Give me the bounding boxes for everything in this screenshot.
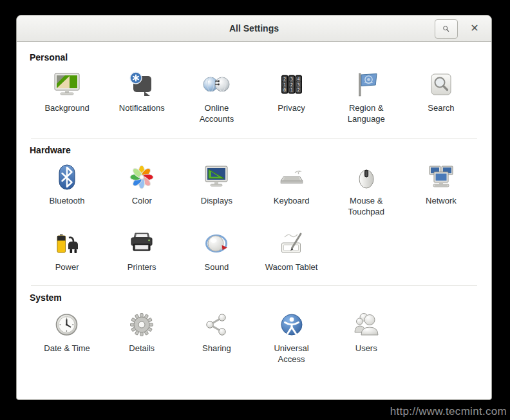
settings-section: System Date & Time Details Sharing Unive… bbox=[30, 279, 478, 372]
settings-item-power[interactable]: Power bbox=[32, 228, 102, 273]
close-button[interactable]: ✕ bbox=[466, 19, 484, 37]
power-icon bbox=[52, 228, 82, 259]
section-separator bbox=[31, 138, 477, 138]
settings-item-displays[interactable]: Displays bbox=[181, 162, 252, 218]
mouse-touchpad-icon bbox=[351, 162, 382, 193]
background-icon bbox=[52, 69, 82, 100]
settings-item-label: Sound bbox=[205, 262, 229, 273]
settings-item-network[interactable]: Network bbox=[406, 162, 477, 218]
settings-grid: Bluetooth Color Displays Keyboard Mouse … bbox=[30, 162, 478, 273]
notifications-icon bbox=[126, 69, 157, 100]
settings-item-sound[interactable]: Sound bbox=[181, 228, 252, 273]
online-accounts-icon bbox=[201, 69, 232, 100]
settings-item-label: Mouse & Touchpad bbox=[337, 196, 396, 218]
window-title: All Settings bbox=[17, 15, 491, 41]
settings-item-label: Region & Language bbox=[337, 103, 396, 125]
privacy-icon bbox=[276, 69, 307, 100]
users-icon bbox=[351, 309, 382, 340]
settings-item-label: Network bbox=[426, 196, 457, 207]
settings-item-details[interactable]: Details bbox=[106, 309, 177, 365]
region-language-icon bbox=[351, 69, 382, 100]
settings-item-label: Wacom Tablet bbox=[265, 262, 318, 273]
settings-item-label: Notifications bbox=[119, 103, 165, 114]
titlebar: All Settings ✕ bbox=[17, 15, 491, 42]
settings-item-label: Date & Time bbox=[44, 343, 90, 354]
section-separator bbox=[31, 285, 477, 286]
network-icon bbox=[426, 162, 457, 193]
settings-section: Hardware Bluetooth Color Displays Keyboa… bbox=[30, 131, 478, 280]
settings-item-label: Details bbox=[129, 343, 155, 354]
settings-item-label: Users bbox=[355, 343, 377, 354]
settings-sections: Personal Background Notifications Online… bbox=[17, 42, 491, 372]
section-header-hardware: Hardware bbox=[30, 145, 478, 155]
settings-item-label: Bluetooth bbox=[50, 196, 85, 207]
settings-item-label: Universal Access bbox=[262, 343, 321, 365]
settings-item-label: Printers bbox=[128, 262, 156, 273]
settings-item-label: Displays bbox=[201, 196, 232, 207]
settings-item-label: Color bbox=[132, 196, 152, 207]
details-icon bbox=[126, 309, 157, 340]
watermark: http://www.tecmint.com bbox=[390, 405, 507, 418]
keyboard-icon bbox=[276, 162, 307, 193]
settings-item-notifications[interactable]: Notifications bbox=[106, 69, 177, 125]
settings-item-printers[interactable]: Printers bbox=[106, 228, 177, 273]
settings-item-mouse-touchpad[interactable]: Mouse & Touchpad bbox=[331, 162, 402, 218]
settings-item-users[interactable]: Users bbox=[331, 309, 402, 365]
wacom-tablet-icon bbox=[276, 228, 307, 259]
settings-grid: Date & Time Details Sharing Universal Ac… bbox=[30, 309, 478, 365]
settings-item-bluetooth[interactable]: Bluetooth bbox=[32, 162, 102, 218]
printers-icon bbox=[126, 228, 157, 259]
settings-item-online-accounts[interactable]: Online Accounts bbox=[181, 69, 252, 125]
settings-item-wacom-tablet[interactable]: Wacom Tablet bbox=[256, 228, 327, 273]
settings-item-background[interactable]: Background bbox=[32, 69, 102, 125]
displays-icon bbox=[201, 162, 232, 193]
settings-item-label: Search bbox=[428, 103, 454, 114]
settings-window: All Settings ✕ Personal Background Notif… bbox=[16, 15, 492, 400]
settings-item-label: Online Accounts bbox=[187, 103, 246, 125]
settings-item-sharing[interactable]: Sharing bbox=[181, 309, 252, 365]
settings-item-label: Background bbox=[44, 103, 89, 114]
sound-icon bbox=[201, 228, 232, 259]
date-time-icon bbox=[52, 309, 82, 340]
settings-item-label: Privacy bbox=[278, 103, 305, 114]
settings-item-privacy[interactable]: Privacy bbox=[256, 69, 327, 125]
settings-item-search[interactable]: Search bbox=[406, 69, 477, 125]
bluetooth-icon bbox=[52, 162, 82, 193]
sharing-icon bbox=[201, 309, 232, 340]
settings-item-keyboard[interactable]: Keyboard bbox=[256, 162, 327, 218]
settings-item-label: Sharing bbox=[202, 343, 231, 354]
settings-item-date-time[interactable]: Date & Time bbox=[32, 309, 102, 365]
settings-item-color[interactable]: Color bbox=[106, 162, 177, 218]
search-icon bbox=[426, 69, 457, 100]
settings-item-label: Power bbox=[55, 262, 79, 273]
search-icon bbox=[441, 24, 451, 34]
section-header-personal: Personal bbox=[30, 52, 478, 62]
search-button[interactable] bbox=[435, 19, 458, 39]
settings-item-label: Keyboard bbox=[274, 196, 310, 207]
settings-item-universal-access[interactable]: Universal Access bbox=[256, 309, 327, 365]
settings-section: Personal Background Notifications Online… bbox=[30, 42, 478, 131]
settings-item-region-language[interactable]: Region & Language bbox=[331, 69, 402, 125]
settings-grid: Background Notifications Online Accounts… bbox=[30, 69, 478, 125]
universal-access-icon bbox=[276, 309, 307, 340]
section-header-system: System bbox=[30, 292, 478, 303]
color-icon bbox=[126, 162, 157, 193]
